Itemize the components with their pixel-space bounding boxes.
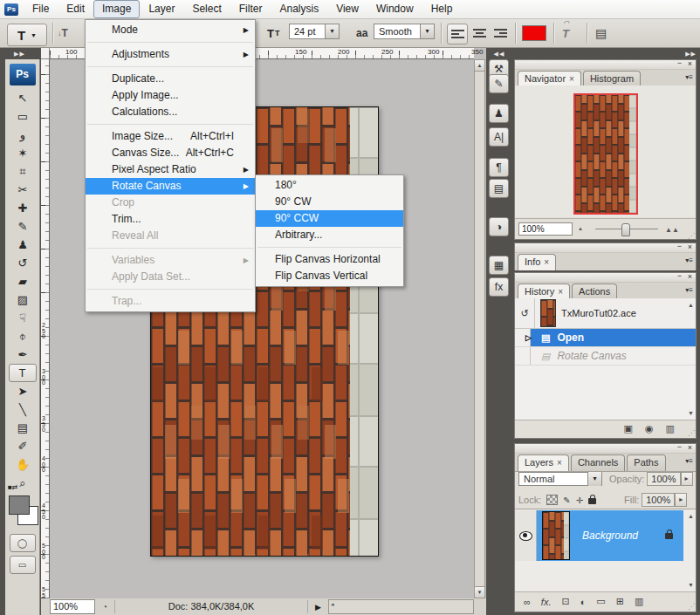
close-icon[interactable]: × — [688, 443, 692, 452]
minimize-icon[interactable]: − — [677, 242, 682, 250]
panel-menu-icon[interactable]: ▾≡ — [685, 73, 693, 81]
character-icon[interactable]: A| — [489, 127, 509, 147]
tab-paths[interactable]: Paths — [627, 454, 665, 471]
scroll-down-button[interactable]: ▼ — [475, 586, 484, 598]
magic-wand-tool[interactable]: ✶ — [5, 144, 40, 162]
lock-transparency-icon[interactable] — [546, 495, 558, 505]
scroll-down-icon[interactable]: ▼ — [688, 582, 694, 588]
zoom-level-field[interactable]: 100% — [50, 599, 95, 614]
menu-window[interactable]: Window — [367, 0, 422, 18]
tab-info[interactable]: Info× — [518, 254, 556, 270]
combo-arrow-icon[interactable]: ▾ — [420, 24, 434, 38]
tab-layers[interactable]: Layers× — [518, 454, 569, 471]
history-state-open[interactable]: ▷ ▤ Open — [515, 329, 696, 347]
layer-style-button[interactable]: fx. — [541, 597, 552, 607]
delete-layer-button[interactable]: ▥ — [635, 596, 643, 607]
visibility-cell[interactable] — [515, 510, 537, 561]
tab-channels[interactable]: Channels — [571, 454, 625, 471]
default-colors-icon[interactable]: ■⇄ — [8, 483, 18, 491]
background-layer-row[interactable]: Background — [515, 510, 683, 561]
opacity-value[interactable]: 100% — [647, 472, 680, 486]
minimize-icon[interactable]: − — [677, 58, 682, 67]
close-icon[interactable]: × — [688, 59, 692, 68]
menu-layer[interactable]: Layer — [140, 0, 183, 18]
menu-item-calculations[interactable]: Calculations... — [86, 104, 255, 120]
menu-item-pixel-aspect-ratio[interactable]: Pixel Aspect Ratio▶ — [86, 161, 255, 178]
menu-item-trim[interactable]: Trim... — [86, 211, 255, 228]
align-left-button[interactable] — [447, 24, 468, 44]
toolbox-expand-handle[interactable]: ▶▶ — [0, 48, 41, 59]
version-cue-icon[interactable]: ◔ — [102, 602, 107, 612]
new-layer-button[interactable]: ⊞ — [616, 596, 624, 607]
text-orientation-button[interactable]: ↓T — [58, 24, 68, 43]
brushes-icon[interactable]: ✎ — [489, 74, 509, 93]
vertical-scrollbar[interactable]: ▲ ▼ — [474, 59, 485, 598]
submenu-item-flip-horizontal[interactable]: Flip Canvas Horizontal — [256, 251, 403, 268]
submenu-item-90cw[interactable]: 90° CW — [256, 194, 403, 210]
blend-mode-combo[interactable]: Normal ▾ — [518, 472, 602, 486]
menu-select[interactable]: Select — [183, 0, 230, 18]
screen-mode-button[interactable]: ▭ — [10, 556, 36, 574]
healing-brush-tool[interactable]: ✚ — [5, 199, 40, 217]
antialias-combo[interactable]: Smooth ▾ — [374, 24, 435, 39]
warp-text-button[interactable]: ◠T — [562, 24, 569, 43]
history-brush-tool[interactable]: ↺ — [5, 254, 40, 272]
navigator-thumbnail[interactable] — [573, 93, 638, 215]
menu-item-image-size[interactable]: Image Size...Alt+Ctrl+I — [86, 128, 255, 145]
history-brush-source-icon[interactable]: ↺ — [515, 298, 535, 328]
menu-file[interactable]: File — [24, 0, 58, 18]
opacity-spinner[interactable]: ▸ — [681, 472, 693, 486]
smudge-tool[interactable]: ☟ — [5, 309, 40, 327]
close-icon[interactable]: × — [688, 243, 692, 251]
quick-mask-button[interactable]: ◯ — [10, 534, 36, 552]
minimize-icon[interactable]: − — [677, 442, 682, 451]
clone-source-icon[interactable]: ♟ — [489, 104, 509, 123]
tool-preset-picker[interactable]: T ▼ — [7, 24, 47, 46]
resize-grip[interactable]: ⋰ — [688, 232, 695, 240]
lock-position-icon[interactable]: ✛ — [576, 495, 583, 505]
styles-icon[interactable]: fx — [489, 277, 509, 297]
dock-expand-handle[interactable]: ▶▶ — [685, 51, 697, 58]
color-icon[interactable]: ◑ — [489, 217, 509, 236]
swatches-icon[interactable]: ▦ — [489, 256, 509, 275]
new-snapshot-button[interactable]: ◉ — [645, 423, 654, 434]
fill-spinner[interactable]: ▸ — [675, 493, 687, 507]
type-tool[interactable]: T — [9, 364, 37, 382]
paragraph-icon[interactable]: ¶ — [489, 158, 509, 177]
navigator-zoom-field[interactable]: 100% — [518, 222, 573, 236]
menu-view[interactable]: View — [327, 0, 367, 18]
submenu-item-90ccw[interactable]: 90° CCW — [256, 210, 403, 227]
layer-name[interactable]: Background — [582, 530, 638, 542]
add-layer-mask-button[interactable]: ⊡ — [561, 596, 569, 607]
menu-image[interactable]: Image — [93, 0, 140, 18]
move-tool[interactable]: ↖ — [5, 89, 40, 107]
foreground-color-swatch[interactable] — [9, 495, 30, 515]
resize-grip[interactable]: ⋰ — [688, 429, 695, 437]
fill-value[interactable]: 100% — [642, 493, 675, 507]
navigator-zoom-slider[interactable] — [595, 229, 658, 229]
combo-arrow-icon[interactable]: ▾ — [587, 472, 601, 486]
zoom-out-icon[interactable]: ▲ — [578, 226, 583, 231]
tab-close-icon[interactable]: × — [558, 287, 563, 297]
eraser-tool[interactable]: ▰ — [5, 272, 40, 290]
layer-comps-icon[interactable]: ▤ — [489, 179, 509, 198]
submenu-item-arbitrary[interactable]: Arbitrary... — [256, 227, 403, 243]
panel-menu-icon[interactable]: ▾≡ — [685, 457, 693, 465]
submenu-item-flip-vertical[interactable]: Flip Canvas Vertical — [256, 268, 403, 284]
menu-help[interactable]: Help — [422, 0, 462, 18]
align-right-button[interactable] — [491, 24, 510, 43]
new-group-button[interactable]: ▭ — [596, 596, 605, 607]
menu-item-mode[interactable]: Mode▶ — [86, 22, 255, 38]
menu-filter[interactable]: Filter — [230, 0, 271, 18]
brush-tool[interactable]: ✎ — [5, 217, 40, 236]
panel-menu-icon[interactable]: ▾≡ — [685, 286, 693, 294]
menu-edit[interactable]: Edit — [58, 0, 93, 18]
adjustment-layer-button[interactable]: ◐ — [580, 597, 587, 607]
menu-item-adjustments[interactable]: Adjustments▶ — [86, 46, 255, 63]
slice-tool[interactable]: ✂ — [5, 181, 40, 199]
menu-item-canvas-size[interactable]: Canvas Size...Alt+Ctrl+C — [86, 145, 255, 161]
submenu-item-180[interactable]: 180° — [256, 177, 403, 194]
notes-tool[interactable]: ▤ — [5, 419, 40, 437]
rectangular-marquee-tool[interactable]: ▭ — [5, 107, 40, 126]
scroll-up-icon[interactable]: ▲ — [688, 302, 694, 308]
